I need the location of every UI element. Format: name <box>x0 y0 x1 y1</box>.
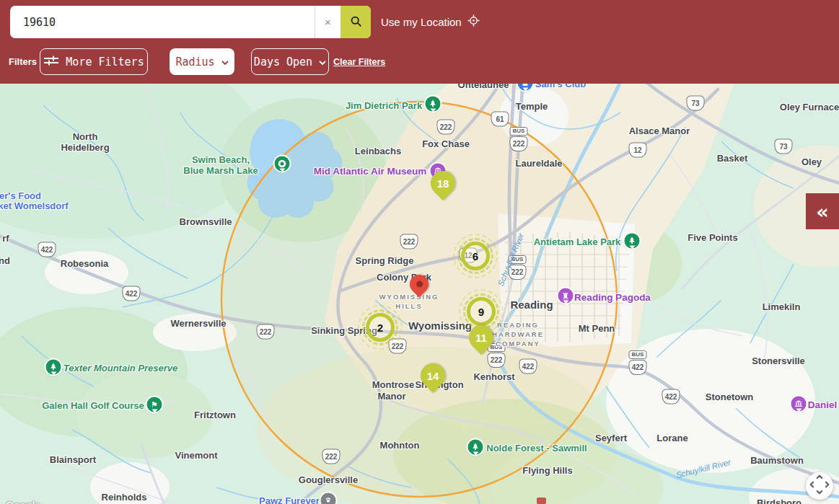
park-poi-label[interactable]: Texter Mountain Preserve <box>63 363 177 373</box>
town-label: Baumstown <box>750 455 804 466</box>
filters-label: Filters <box>9 56 37 67</box>
clear-search-button[interactable]: × <box>315 6 341 38</box>
radius-dropdown[interactable]: Radius <box>170 48 234 75</box>
town-label: Blainsport <box>50 454 96 465</box>
route-shield-222: 222 <box>322 449 341 464</box>
town-label: Montrose <box>372 379 415 390</box>
route-shield-222: 222 <box>437 120 455 135</box>
town-label: Reinholds <box>102 492 147 503</box>
results-panel-collapse-button[interactable]: « <box>806 193 839 229</box>
days-open-label: Days Open <box>254 56 312 68</box>
route-shield-bus-222: BUS 222 <box>510 127 528 151</box>
result-cluster-marker[interactable]: 2 <box>366 313 395 342</box>
use-my-location-label: Use my Location <box>381 16 462 28</box>
town-label: Heidelberg <box>61 142 109 153</box>
more-filters-button[interactable]: More Filters <box>40 48 148 75</box>
town-label: Brownsville <box>180 216 232 227</box>
town-label: Stonersville <box>752 355 805 366</box>
town-label: Wernersville <box>170 318 226 329</box>
result-pin-marker[interactable]: 18 <box>426 166 460 200</box>
result-cluster-marker[interactable]: 6 <box>461 242 490 270</box>
town-label: Birdsboro <box>757 498 801 504</box>
result-pin-marker[interactable]: 14 <box>416 358 450 393</box>
town-label: Basket <box>717 153 748 164</box>
more-filters-label: More Filters <box>66 56 144 68</box>
town-label: Limekiln <box>763 301 801 312</box>
park-icon[interactable] <box>625 234 640 249</box>
town-label: Five Points <box>688 232 737 243</box>
search-icon <box>350 15 362 30</box>
radius-label: Radius <box>175 56 214 68</box>
museum-icon[interactable] <box>791 397 807 412</box>
route-shield-422: 422 <box>38 242 56 257</box>
town-label: Mt Penn <box>579 323 615 334</box>
golf-icon[interactable]: ⚑ <box>147 397 162 412</box>
town-label: Gouglersville <box>299 474 358 485</box>
town-label: Stonetown <box>706 392 753 402</box>
route-shield-422: 422 <box>662 389 680 404</box>
town-label: Manor <box>378 391 406 402</box>
park-poi-label[interactable]: Swim Beach, <box>192 154 250 165</box>
store-poi-label[interactable]: er's Food <box>0 190 41 201</box>
historic-site-icon <box>537 498 546 504</box>
days-open-dropdown[interactable]: Days Open <box>251 48 329 75</box>
park-poi-label[interactable]: Blue Marsh Lake <box>183 165 258 176</box>
route-shield-422: 422 <box>519 359 537 374</box>
header-bar: × Use my Location Filters More Filters R… <box>0 0 839 84</box>
chevron-down-icon <box>319 56 326 68</box>
town-label: Oley <box>801 156 822 167</box>
park-poi-label[interactable]: Nolde Forest - Sawmill <box>486 443 587 454</box>
search-input[interactable] <box>10 6 315 38</box>
park-icon[interactable] <box>426 97 441 112</box>
route-shield-12: 12 <box>629 143 647 158</box>
district-label: HILLS <box>395 302 422 310</box>
town-label: Vinemont <box>175 450 218 461</box>
use-my-location-button[interactable]: Use my Location <box>381 0 480 43</box>
town-label: Seyfert <box>595 433 627 443</box>
store-poi-label[interactable]: Pawz Furever <box>259 495 320 504</box>
park-icon[interactable] <box>46 360 61 375</box>
landmark-poi-label[interactable]: Reading Pagoda <box>574 292 651 303</box>
town-label: Ontelaunee <box>458 84 509 90</box>
pan-arrows-icon <box>807 472 832 500</box>
map-canvas[interactable]: 222 61 BUS 222 73 12 73 222 BUS 222 12 4… <box>0 84 839 504</box>
search-bar: × <box>10 6 371 38</box>
business-label: COMPANY <box>496 340 540 348</box>
town-label: Fritztown <box>194 410 236 420</box>
pagoda-landmark-icon[interactable]: ♜ <box>558 288 574 304</box>
town-label: Robesonia <box>61 258 108 269</box>
town-label: Mohnton <box>380 440 420 451</box>
map-pan-control[interactable] <box>806 472 833 500</box>
google-logo[interactable]: Google <box>6 500 40 504</box>
town-label: North <box>73 131 98 142</box>
locate-crosshair-icon <box>467 14 480 29</box>
route-shield-73: 73 <box>687 96 705 111</box>
pet-store-icon[interactable] <box>321 493 336 504</box>
route-shield-61: 61 <box>491 112 509 127</box>
route-shield-bus-422: BUS 422 <box>629 350 647 375</box>
town-label: Flying Hills <box>522 465 572 476</box>
business-label: HARDWARE <box>492 330 544 338</box>
clear-filters-link[interactable]: Clear Filters <box>333 57 385 67</box>
town-label: Fox Chase <box>422 138 470 149</box>
town-label: Reading <box>510 299 553 311</box>
lake-beach-icon[interactable] <box>275 156 290 172</box>
park-icon[interactable] <box>468 440 483 455</box>
town-label-fragment: nd <box>0 255 10 266</box>
museum-poi-label[interactable]: Mid Atlantic Air Museum <box>314 166 427 177</box>
route-shield-222: 222 <box>257 324 275 340</box>
business-label: READING <box>497 321 539 329</box>
town-label-fragment: rf <box>2 233 9 244</box>
park-poi-label[interactable]: Antietam Lake Park <box>534 236 621 247</box>
town-label: Temple <box>516 101 548 112</box>
result-cluster-marker[interactable]: 9 <box>467 297 496 326</box>
search-button[interactable] <box>341 6 371 38</box>
result-pin-marker[interactable]: 11 <box>464 320 498 355</box>
museum-poi-label[interactable]: Daniel <box>808 399 838 410</box>
park-poi-label[interactable]: Jim Dietrich Park <box>346 100 422 111</box>
golf-poi-label[interactable]: Galen Hall Golf Course <box>42 400 144 411</box>
store-poi-label[interactable]: Sam's Club <box>535 84 586 89</box>
route-shield-73: 73 <box>775 139 793 154</box>
store-poi-label[interactable]: ket Womelsdorf <box>0 200 69 211</box>
route-shield-422: 422 <box>123 286 141 301</box>
